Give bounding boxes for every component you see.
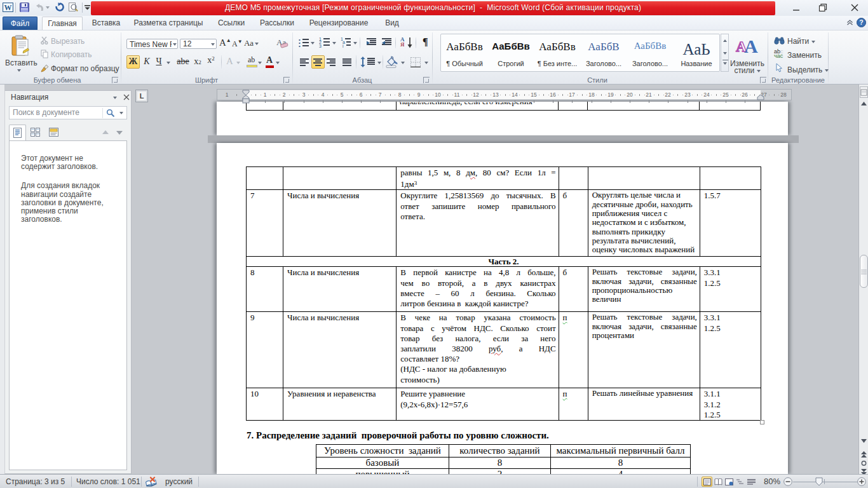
svg-text:W: W <box>4 3 12 12</box>
svg-text:?: ? <box>859 18 863 26</box>
